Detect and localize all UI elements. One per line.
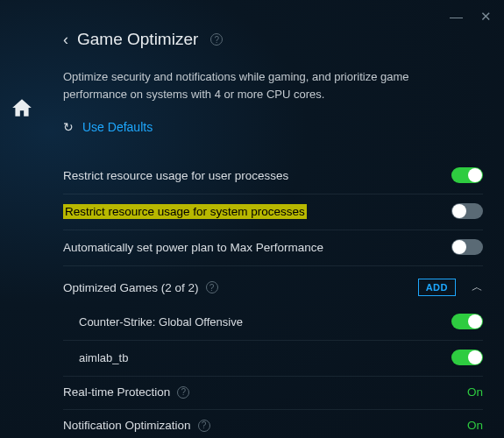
- sidebar: [0, 96, 44, 123]
- setting-label: Restrict resource usage for user process…: [63, 169, 288, 182]
- game-name: Counter-Strike: Global Offensive: [79, 315, 243, 328]
- setting-restrict-system: Restrict resource usage for system proce…: [63, 194, 483, 230]
- game-row: Counter-Strike: Global Offensive: [63, 305, 483, 341]
- toggle-game[interactable]: [451, 350, 483, 365]
- refresh-icon: ↻: [63, 120, 74, 134]
- close-button[interactable]: ✕: [480, 9, 492, 25]
- minimize-button[interactable]: —: [450, 9, 463, 25]
- page-title: Game Optimizer: [77, 30, 198, 49]
- setting-power-plan: Automatically set power plan to Max Perf…: [63, 230, 483, 266]
- help-icon[interactable]: ?: [210, 33, 223, 46]
- setting-label: Automatically set power plan to Max Perf…: [63, 241, 323, 254]
- setting-label: Restrict resource usage for system proce…: [63, 204, 307, 219]
- help-icon[interactable]: ?: [198, 420, 210, 432]
- status-label: Real-time Protection ?: [63, 385, 189, 399]
- use-defaults-button[interactable]: ↻ Use Defaults: [63, 120, 483, 134]
- status-realtime: Real-time Protection ? On: [63, 377, 483, 410]
- status-notification: Notification Optimization ? On: [63, 410, 483, 438]
- page-header: ‹ Game Optimizer ?: [63, 30, 483, 49]
- content: ‹ Game Optimizer ? Optimize security and…: [63, 30, 483, 438]
- setting-restrict-user: Restrict resource usage for user process…: [63, 159, 483, 194]
- optimized-games-header: Optimized Games (2 of 2) ? ADD ︿: [63, 266, 483, 305]
- home-icon[interactable]: [11, 96, 33, 123]
- add-game-button[interactable]: ADD: [418, 279, 456, 296]
- chevron-up-icon[interactable]: ︿: [472, 279, 483, 295]
- back-button[interactable]: ‹: [63, 32, 68, 47]
- help-icon[interactable]: ?: [206, 281, 218, 293]
- game-name: aimlab_tb: [79, 351, 128, 364]
- status-value: On: [467, 385, 483, 399]
- page-description: Optimize security and notifications whil…: [63, 68, 466, 102]
- status-label: Notification Optimization ?: [63, 419, 210, 432]
- toggle-game[interactable]: [451, 314, 483, 329]
- game-row: aimlab_tb: [63, 341, 483, 377]
- toggle-power-plan[interactable]: [451, 239, 483, 255]
- status-value: On: [467, 419, 483, 432]
- window-controls: — ✕: [450, 9, 492, 25]
- use-defaults-label: Use Defaults: [82, 120, 153, 134]
- help-icon[interactable]: ?: [177, 386, 189, 399]
- toggle-restrict-system[interactable]: [451, 203, 483, 219]
- toggle-restrict-user[interactable]: [451, 167, 483, 183]
- section-label: Optimized Games (2 of 2) ?: [63, 281, 218, 294]
